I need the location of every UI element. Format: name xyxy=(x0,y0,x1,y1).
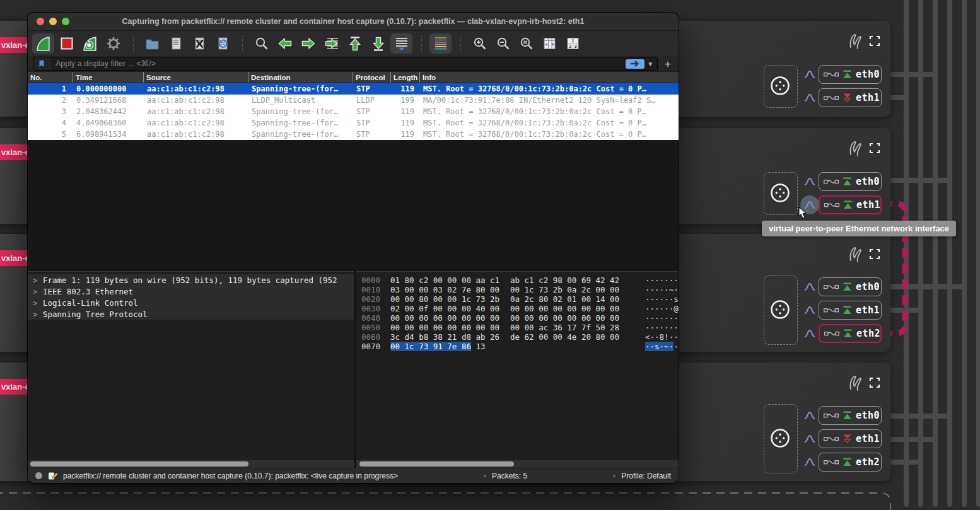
hex-row[interactable]: 007000 1c 73 91 7e 86 13··s·~·· xyxy=(361,342,679,351)
capture-options-button[interactable] xyxy=(102,33,124,54)
zoom-window-button[interactable] xyxy=(62,18,69,25)
colorize-packets-button[interactable] xyxy=(429,33,452,54)
details-hscrollbar[interactable] xyxy=(28,460,354,468)
interface-badge-eth2[interactable]: eth2 xyxy=(819,453,882,472)
resize-columns-button[interactable] xyxy=(539,33,561,54)
interface-badge-eth1[interactable]: eth1 xyxy=(819,88,882,107)
go-to-packet-button[interactable] xyxy=(320,33,342,54)
column-header-length[interactable]: Length xyxy=(390,72,419,83)
packet-row[interactable]: 10.000000000aa:c1:ab:c1:c2:98Spanning-tr… xyxy=(28,83,679,95)
expander-icon[interactable]: > xyxy=(33,275,43,285)
interface-badge-eth1[interactable]: eth1 xyxy=(819,195,882,214)
hex-row[interactable]: 001003 00 00 03 02 7e 80 0000 1c 73 2b 0… xyxy=(361,285,679,294)
hex-row[interactable]: 00603c d4 b8 38 21 d8 ab 26de 62 00 00 4… xyxy=(361,332,679,342)
column-header-destination[interactable]: Destination xyxy=(248,72,353,83)
capture-wave-icon[interactable] xyxy=(804,93,815,102)
node-type-icon[interactable] xyxy=(769,74,791,97)
capture-wave-icon[interactable] xyxy=(804,282,815,291)
packet-row[interactable]: 44.049068360aa:c1:ab:c1:c2:98Spanning-tr… xyxy=(28,117,679,129)
display-filter-input[interactable] xyxy=(50,59,626,68)
expand-icon[interactable] xyxy=(869,142,880,154)
apply-filter-button[interactable] xyxy=(626,59,645,69)
protocol-tree-item[interactable]: >IEEE 802.3 Ethernet xyxy=(28,286,354,297)
protocol-tree-item[interactable]: >Spanning Tree Protocol xyxy=(28,308,354,320)
save-capture-file-button[interactable] xyxy=(165,33,187,54)
zoom-out-button[interactable] xyxy=(492,33,514,54)
hex-ascii: ··s·~·· xyxy=(645,342,679,351)
column-header-time[interactable]: Time xyxy=(73,72,143,83)
node-type-icon[interactable] xyxy=(769,427,791,449)
node-type-icon[interactable] xyxy=(769,182,791,204)
details-hscroll-thumb[interactable] xyxy=(30,461,248,467)
capture-sketch-icon[interactable] xyxy=(847,32,863,51)
close-capture-file-button[interactable] xyxy=(188,33,210,54)
toolbar-separator xyxy=(453,36,461,51)
minimize-window-button[interactable] xyxy=(49,18,57,25)
auto-scroll-button[interactable] xyxy=(390,33,412,54)
protocol-tree-item[interactable]: >Frame 1: 119 bytes on wire (952 bits), … xyxy=(28,274,354,286)
interface-badge-eth1[interactable]: eth1 xyxy=(819,301,882,320)
capture-sketch-icon[interactable] xyxy=(847,139,863,158)
capture-sketch-icon[interactable] xyxy=(847,245,863,264)
expert-status-dot[interactable] xyxy=(35,472,42,479)
last-packet-button[interactable] xyxy=(367,33,389,54)
capture-wave-icon[interactable] xyxy=(804,458,815,467)
filter-dropdown-caret[interactable]: ▼ xyxy=(647,61,653,67)
zoom-original-size-button[interactable] xyxy=(515,33,537,54)
filter-bookmark-icon[interactable] xyxy=(33,57,50,70)
interface-badge-eth0[interactable]: eth0 xyxy=(819,65,882,84)
profile-label[interactable]: Profile: Default xyxy=(621,472,671,480)
hex-row[interactable]: 005000 00 00 00 00 00 00 0000 00 ac 36 1… xyxy=(361,323,679,332)
veth-icon xyxy=(824,95,839,101)
column-header-source[interactable]: Source xyxy=(143,72,248,83)
zoom-in-button[interactable] xyxy=(469,33,491,54)
bytes-hscroll-thumb[interactable] xyxy=(359,461,514,467)
cell-info: MST. Root = 32768/0/00:1c:73:2b:0a:2c Co… xyxy=(419,130,679,139)
interface-badge-eth0[interactable]: eth0 xyxy=(819,277,882,296)
capture-wave-icon[interactable] xyxy=(804,177,815,186)
protocol-tree-item[interactable]: >Logical-Link Control xyxy=(28,297,354,308)
reload-capture-file-button[interactable] xyxy=(211,33,233,54)
expand-icon[interactable] xyxy=(869,35,880,47)
close-window-button[interactable] xyxy=(37,18,44,25)
column-header-no[interactable]: No. xyxy=(28,72,73,83)
add-filter-button[interactable]: + xyxy=(662,59,674,69)
hex-row[interactable]: 003002 00 0f 00 00 00 40 0000 00 00 00 0… xyxy=(361,304,679,313)
number-columns-button[interactable]: 123 xyxy=(562,33,584,54)
capture-wave-icon[interactable] xyxy=(804,434,815,443)
hex-row[interactable]: 004000 00 00 00 00 00 00 0000 00 00 00 0… xyxy=(361,313,679,323)
column-header-info[interactable]: Info xyxy=(419,72,679,83)
veth-icon xyxy=(824,71,839,78)
restart-capture-button[interactable] xyxy=(79,33,101,54)
node-type-icon[interactable] xyxy=(769,298,791,321)
capture-comment-icon[interactable] xyxy=(48,471,57,480)
interface-badge-eth2[interactable]: eth2 xyxy=(819,324,882,343)
next-packet-button[interactable] xyxy=(297,33,319,54)
stop-capture-button[interactable] xyxy=(55,33,78,54)
interface-badge-eth0[interactable]: eth0 xyxy=(819,406,882,425)
bytes-hscrollbar[interactable] xyxy=(356,460,679,468)
packet-row[interactable]: 32.048362442aa:c1:ab:c1:c2:98Spanning-tr… xyxy=(28,106,679,117)
expander-icon[interactable]: > xyxy=(33,287,43,296)
expand-icon[interactable] xyxy=(869,248,880,260)
capture-wave-icon[interactable] xyxy=(804,329,815,338)
column-header-protocol[interactable]: Protocol xyxy=(353,72,390,83)
interface-badge-eth0[interactable]: eth0 xyxy=(819,172,882,191)
interface-badge-eth1[interactable]: eth1 xyxy=(819,429,882,448)
expand-icon[interactable] xyxy=(869,377,880,388)
find-packet-button[interactable] xyxy=(250,33,272,54)
capture-wave-icon[interactable] xyxy=(804,306,815,315)
packet-row[interactable]: 56.098941534aa:c1:ab:c1:c2:98Spanning-tr… xyxy=(28,129,679,140)
expander-icon[interactable]: > xyxy=(33,298,43,308)
open-capture-file-button[interactable] xyxy=(141,33,163,54)
hex-row[interactable]: 000001 80 c2 00 00 00 aa c1ab c1 c2 98 0… xyxy=(361,275,679,285)
hex-row[interactable]: 002000 00 80 00 00 1c 73 2b0a 2c 80 02 0… xyxy=(361,294,679,304)
start-capture-button[interactable] xyxy=(32,33,54,54)
first-packet-button[interactable] xyxy=(344,33,366,54)
expander-icon[interactable]: > xyxy=(33,310,43,319)
capture-wave-icon[interactable] xyxy=(804,411,815,420)
previous-packet-button[interactable] xyxy=(274,33,296,54)
capture-sketch-icon[interactable] xyxy=(847,374,863,393)
capture-wave-icon[interactable] xyxy=(804,70,815,79)
packet-row[interactable]: 20.349121668aa:c1:ab:c1:c2:98LLDP_Multic… xyxy=(28,95,679,106)
